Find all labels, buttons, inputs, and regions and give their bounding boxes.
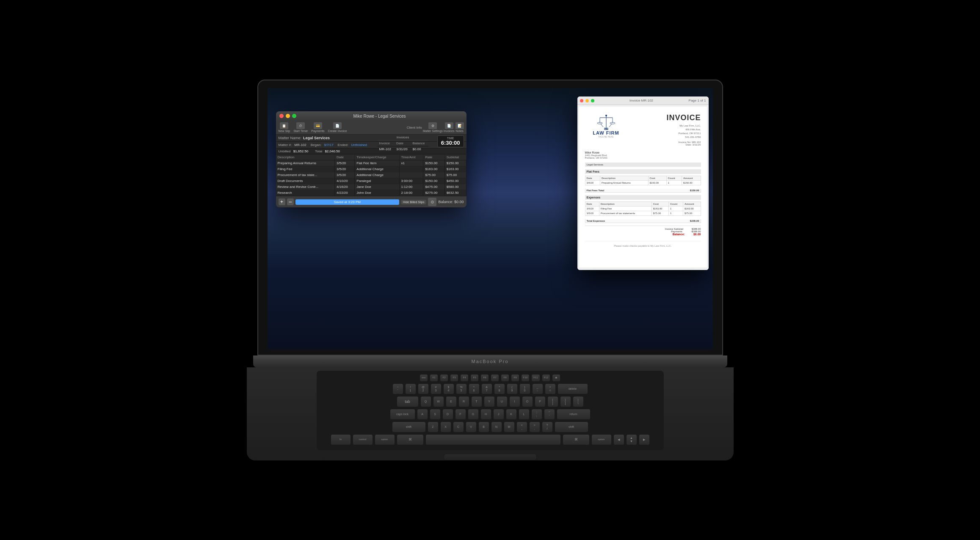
start-timer-button[interactable]: ⏱ Start Timer [293,122,308,132]
f6-key[interactable]: F6 [480,374,489,382]
7-key[interactable]: &7 [481,383,492,394]
matter-settings-button[interactable]: ⚙ Matter Settings [423,122,443,132]
j-key[interactable]: J [493,409,504,420]
right-option-key[interactable]: option [591,434,612,445]
minimize-button[interactable] [286,114,290,118]
f11-key[interactable]: F11 [531,374,540,382]
right-arrow-key[interactable]: ▶ [639,434,650,445]
q-key[interactable]: Q [420,396,431,407]
notes-button[interactable]: 📝 Notes [455,122,464,132]
client-info-tab[interactable]: Client Info [407,126,422,129]
pdf-maximize-button[interactable] [591,99,594,102]
period-key[interactable]: >. [529,422,540,433]
right-shift-key[interactable]: shift [555,422,588,433]
c-key[interactable]: C [453,422,464,433]
f4-key[interactable]: F4 [460,374,469,382]
minus-key[interactable]: _- [532,383,543,394]
b-key[interactable]: B [478,422,489,433]
4-key[interactable]: $4 [443,383,454,394]
quote-key[interactable]: "' [544,409,555,420]
client-info: Mike Rowe 1461 Reginald Blvd Portland, O… [585,151,701,159]
i-key[interactable]: I [509,396,520,407]
s-key[interactable]: S [430,409,441,420]
u-key[interactable]: U [497,396,508,407]
backtick-key[interactable]: ~` [392,383,403,394]
control-key[interactable]: control [353,434,373,445]
f5-key[interactable]: F5 [470,374,479,382]
pdf-minimize-button[interactable] [585,99,589,102]
o-key[interactable]: O [522,396,533,407]
caps-lock-key[interactable]: caps lock [390,409,415,420]
eject-key[interactable]: ⏏ [552,374,560,382]
e-key[interactable]: E [446,396,457,407]
slash-key[interactable]: ?/ [542,422,553,433]
1-key[interactable]: !1 [405,383,416,394]
2-key[interactable]: @2 [418,383,429,394]
remove-slip-button[interactable]: − [287,198,294,205]
payments-button[interactable]: 💳 Payments [311,122,324,132]
add-slip-button[interactable]: + [279,198,285,205]
g-key[interactable]: G [468,409,479,420]
matter-label-badge: Legal Services [585,163,701,167]
f-key[interactable]: F [455,409,466,420]
f3-key[interactable]: F3 [450,374,458,382]
a-key[interactable]: A [417,409,428,420]
f7-key[interactable]: F7 [491,374,499,382]
6-key[interactable]: ^6 [469,383,480,394]
k-key[interactable]: K [506,409,517,420]
w-key[interactable]: W [433,396,444,407]
fn-key[interactable]: fn [331,434,351,445]
hide-billed-button[interactable]: Hide Billed Slips [401,200,427,204]
y-key[interactable]: Y [484,396,495,407]
invoices-button[interactable]: 📑 Invoices [444,122,455,132]
0-key[interactable]: )0 [519,383,530,394]
esc-key[interactable]: esc [420,374,428,382]
left-command-key[interactable]: ⌘ [397,434,424,445]
comma-key[interactable]: <, [516,422,527,433]
r-key[interactable]: R [458,396,469,407]
equals-key[interactable]: += [545,383,556,394]
f10-key[interactable]: F10 [521,374,530,382]
h-key[interactable]: H [480,409,491,420]
f8-key[interactable]: F8 [501,374,509,382]
z-key[interactable]: Z [428,422,439,433]
return-key[interactable]: return [557,409,591,420]
v-key[interactable]: V [466,422,477,433]
n-key[interactable]: N [491,422,502,433]
spacebar[interactable] [425,434,561,445]
lbracket-key[interactable]: {[ [547,396,558,407]
d-key[interactable]: D [442,409,453,420]
trackpad[interactable] [444,454,537,460]
t-key[interactable]: T [471,396,482,407]
create-invoice-button[interactable]: 📄 Create Invoice [328,122,347,132]
5-key[interactable]: %5 [456,383,467,394]
flat-fees-total-row: Flat Fees Total $150.00 [585,189,701,193]
f2-key[interactable]: F2 [440,374,448,382]
left-option-key[interactable]: option [375,434,395,445]
col-subtotal: Subtotal [444,154,466,160]
semicolon-key[interactable]: :; [531,409,542,420]
l-key[interactable]: L [519,409,530,420]
settings-gear-button[interactable]: ⚙ [428,198,436,206]
3-key[interactable]: #3 [431,383,442,394]
close-button[interactable] [279,114,284,118]
m-key[interactable]: M [504,422,515,433]
p-key[interactable]: P [535,396,546,407]
tab-key[interactable]: tab [397,396,419,407]
9-key[interactable]: (9 [507,383,518,394]
f9-key[interactable]: F9 [511,374,519,382]
8-key[interactable]: *8 [494,383,505,394]
x-key[interactable]: X [440,422,451,433]
f12-key[interactable]: F12 [542,374,550,382]
pdf-close-button[interactable] [580,99,583,102]
new-slip-button[interactable]: 📋 New Slip [279,122,290,132]
backslash-key[interactable]: |\ [573,396,584,407]
left-shift-key[interactable]: shift [392,422,426,433]
maximize-button[interactable] [292,114,296,118]
rbracket-key[interactable]: }] [560,396,571,407]
right-command-key[interactable]: ⌘ [563,434,590,445]
f1-key[interactable]: F1 [430,374,438,382]
delete-key[interactable]: delete [558,383,588,394]
left-arrow-key[interactable]: ◀ [613,434,624,445]
up-down-arrow-key[interactable]: ▲▼ [626,434,637,445]
